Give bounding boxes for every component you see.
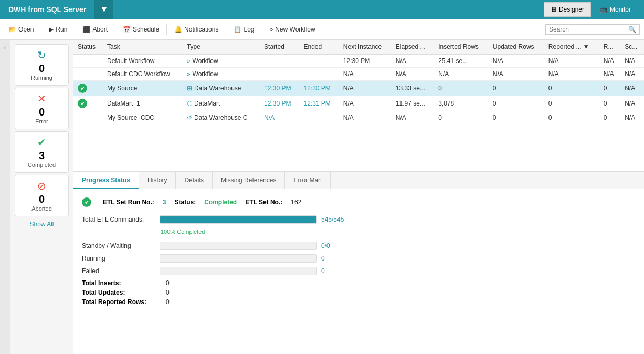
header-title: DWH from SQL Server: [0, 5, 94, 14]
cell-updated: 0: [489, 96, 544, 111]
tab-details[interactable]: Details: [176, 172, 213, 189]
content-area: Status Task Type Started Ended Next Inst…: [73, 40, 644, 354]
total-pct-label: 100% Completed: [160, 228, 636, 235]
tab-missing-references[interactable]: Missing References: [213, 172, 285, 189]
notifications-button[interactable]: 🔔 Notifications: [170, 24, 223, 35]
tab-history[interactable]: History: [139, 172, 176, 189]
col-reported: Reported ... ▼: [544, 40, 599, 54]
total-etl-count[interactable]: 545/545: [321, 216, 344, 223]
show-all-link[interactable]: Show All: [15, 218, 69, 230]
table-row[interactable]: Default Workflow »Workflow 12:30 PM N/A …: [73, 54, 644, 68]
failed-val[interactable]: 0: [321, 267, 325, 275]
monitor-button[interactable]: 📺 Monitor: [593, 2, 638, 17]
cell-ended: 12:30 PM: [299, 81, 339, 96]
failed-row: Failed 0: [82, 267, 636, 275]
cell-reported: 0: [544, 81, 599, 96]
header-dropdown-button[interactable]: ▼: [94, 0, 113, 19]
col-next-instance: Next Instance: [339, 40, 392, 54]
running-icon: ↻: [19, 49, 64, 61]
separator: [226, 24, 226, 35]
cell-next-instance: N/A: [339, 96, 392, 111]
cell-r: 0: [599, 111, 620, 124]
search-input[interactable]: [549, 26, 628, 33]
col-type: Type: [183, 40, 260, 54]
table-row[interactable]: My Source_CDC ↺Data Warehouse C N/A N/A …: [73, 111, 644, 124]
search-box: 🔍: [545, 24, 640, 35]
run-icon: ▶: [49, 26, 54, 33]
tabs-bar: Progress StatusHistoryDetailsMissing Ref…: [73, 172, 644, 189]
cell-task: Default CDC Workflow: [103, 68, 183, 81]
toolbar: 📂 Open ▶ Run ⬛ Abort 📅 Schedule 🔔 Notifi…: [0, 19, 644, 40]
cell-r: N/A: [599, 68, 620, 81]
tab-progress-status[interactable]: Progress Status: [73, 172, 139, 189]
log-button[interactable]: 📋 Log: [229, 24, 258, 35]
run-button[interactable]: ▶ Run: [45, 24, 71, 35]
cell-reported: 0: [544, 96, 599, 111]
tab-error-mart[interactable]: Error Mart: [285, 172, 331, 189]
new-workflow-button[interactable]: » New Workflow: [266, 24, 320, 35]
cell-sc: N/A: [620, 54, 644, 68]
col-elapsed: Elapsed ...: [392, 40, 434, 54]
cell-ended: 12:31 PM: [299, 96, 339, 111]
col-inserted-rows: Inserted Rows: [434, 40, 489, 54]
cell-type: »Workflow: [183, 54, 260, 68]
search-icon: 🔍: [628, 26, 636, 33]
cell-inserted: 25.41 se...: [434, 54, 489, 68]
standby-bar: [160, 242, 317, 250]
log-icon: 📋: [234, 26, 241, 33]
etl-run-info: ✔ ETL Set Run No.: 3 Status: Completed E…: [82, 197, 636, 207]
total-etl-commands-row: Total ETL Commands: 545/545: [82, 215, 636, 224]
cell-status: ✔: [73, 81, 103, 96]
schedule-button[interactable]: 📅 Schedule: [119, 24, 163, 35]
cell-r: 0: [599, 96, 620, 111]
abort-button[interactable]: ⬛ Abort: [78, 24, 112, 35]
row-status-icon: ✔: [78, 99, 87, 108]
sidebar-item-running[interactable]: ↻ 0 Running: [15, 44, 69, 86]
failed-bar: [160, 267, 317, 275]
cell-r: 0: [599, 81, 620, 96]
cell-elapsed: 11.97 se...: [392, 96, 434, 111]
cell-elapsed: N/A: [392, 54, 434, 68]
running-val[interactable]: 0: [321, 255, 325, 262]
cell-elapsed: N/A: [392, 111, 434, 124]
aborted-label: Aborted: [19, 205, 64, 212]
cell-type: ⬡DataMart: [183, 96, 260, 111]
cell-next-instance: 12:30 PM: [339, 54, 392, 68]
cell-sc: N/A: [620, 96, 644, 111]
separator: [41, 24, 41, 35]
sidebar: ↻ 0 Running ✕ 0 Error ✔ 3 Completed ⊘ 0 …: [10, 40, 73, 354]
table-header-row: Status Task Type Started Ended Next Inst…: [73, 40, 644, 54]
aborted-count: 0: [19, 193, 64, 205]
separator: [75, 24, 75, 35]
cell-ended: [299, 111, 339, 124]
tasks-table-area: Status Task Type Started Ended Next Inst…: [73, 40, 644, 171]
row-status-icon: ✔: [78, 84, 87, 93]
stats-section: Total Inserts: 0 Total Updates: 0 Total …: [82, 279, 636, 306]
designer-icon: 🖥: [551, 6, 557, 13]
designer-button[interactable]: 🖥 Designer: [544, 2, 591, 17]
sidebar-item-error[interactable]: ✕ 0 Error: [15, 88, 69, 129]
table-row[interactable]: ✔ My Source ⊞Data Warehouse 12:30 PM 12:…: [73, 81, 644, 96]
cell-sc: N/A: [620, 81, 644, 96]
cell-type: ↺Data Warehouse C: [183, 111, 260, 124]
standby-val[interactable]: 0/0: [321, 242, 330, 249]
sidebar-item-aborted[interactable]: ⊘ 0 Aborted: [15, 175, 69, 216]
completed-label: Completed: [19, 162, 64, 168]
col-r: R...: [599, 40, 620, 54]
aborted-icon: ⊘: [19, 180, 64, 192]
sidebar-item-completed[interactable]: ✔ 3 Completed: [15, 131, 69, 173]
cell-inserted: N/A: [434, 68, 489, 81]
cell-type: ⊞Data Warehouse: [183, 81, 260, 96]
completed-icon: ✔: [19, 136, 64, 149]
cell-ended: [299, 54, 339, 68]
cell-status: ✔: [73, 96, 103, 111]
total-reported-rows-row: Total Reported Rows: 0: [82, 298, 636, 306]
total-etl-bar-fill: [160, 216, 316, 223]
completed-count: 3: [19, 150, 64, 162]
table-row[interactable]: ✔ DataMart_1 ⬡DataMart 12:30 PM 12:31 PM…: [73, 96, 644, 111]
table-row[interactable]: Default CDC Workflow »Workflow N/A N/A N…: [73, 68, 644, 81]
header-buttons: 🖥 Designer 📺 Monitor: [540, 2, 644, 17]
cell-inserted: 0: [434, 111, 489, 124]
collapse-sidebar-button[interactable]: ‹: [0, 40, 10, 354]
open-button[interactable]: 📂 Open: [4, 24, 38, 35]
